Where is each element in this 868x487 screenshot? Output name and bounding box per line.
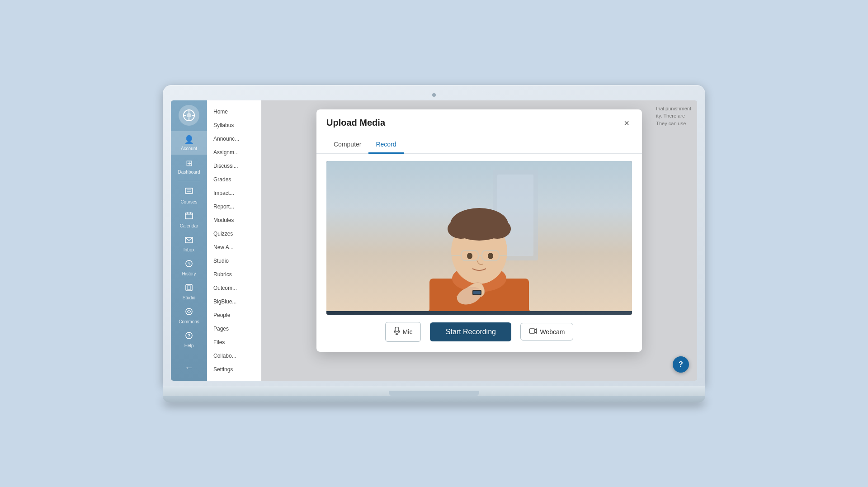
nav-list: Home Syllabus Announc... Assignm... Disc… — [207, 100, 261, 381]
sidebar-label-courses: Courses — [180, 199, 197, 204]
modal-tabs: Computer Record — [316, 135, 642, 154]
svg-rect-16 — [187, 286, 191, 289]
nav-item-assignments[interactable]: Assignm... — [207, 146, 261, 159]
laptop-bottom — [163, 396, 705, 402]
sidebar-item-account[interactable]: 👤 Account — [171, 131, 207, 155]
nav-item-collab[interactable]: Collabo... — [207, 349, 261, 363]
nav-item-grades[interactable]: Grades — [207, 173, 261, 186]
svg-point-36 — [488, 253, 493, 259]
svg-rect-6 — [185, 188, 193, 194]
courses-icon — [185, 188, 193, 198]
sidebar-label-calendar: Calendar — [180, 223, 198, 228]
nav-item-new[interactable]: New A... — [207, 241, 261, 254]
sidebar-label-account: Account — [181, 146, 197, 151]
sidebar-back-button[interactable]: ← — [181, 359, 197, 376]
start-recording-button[interactable]: Start Recording — [430, 322, 511, 341]
video-container — [326, 161, 632, 315]
laptop-camera — [432, 93, 436, 97]
sidebar-item-help[interactable]: ? Help — [171, 328, 207, 352]
sidebar-item-inbox[interactable]: Inbox — [171, 232, 207, 256]
nav-item-discussions[interactable]: Discussi... — [207, 159, 261, 173]
help-icon: ? — [185, 331, 193, 342]
svg-point-35 — [467, 253, 472, 259]
nav-item-studio[interactable]: Studio — [207, 254, 261, 268]
nav-item-impact[interactable]: Impact... — [207, 186, 261, 200]
mic-label: Mic — [403, 328, 413, 336]
studio-icon — [185, 284, 193, 294]
svg-rect-15 — [186, 284, 192, 291]
laptop: 👤 Account ⊞ Dashboard — [163, 85, 705, 402]
nav-item-rubrics[interactable]: Rubrics — [207, 268, 261, 281]
sidebar-item-commons[interactable]: Commons — [171, 304, 207, 328]
video-progress-bar — [326, 311, 632, 315]
tab-computer[interactable]: Computer — [326, 135, 368, 154]
calendar-icon — [185, 212, 193, 222]
modal-title: Upload Media — [326, 118, 385, 128]
nav-item-modules[interactable]: Modules — [207, 213, 261, 227]
modal-header: Upload Media × — [316, 109, 642, 135]
sidebar-label-studio: Studio — [183, 295, 195, 300]
svg-text:?: ? — [188, 333, 190, 338]
nav-item-announcements[interactable]: Announc... — [207, 132, 261, 146]
svg-point-1 — [187, 113, 191, 118]
nav-item-people[interactable]: People — [207, 308, 261, 322]
sidebar-divider-1 — [178, 181, 200, 181]
svg-rect-9 — [185, 213, 193, 219]
sidebar-item-calendar[interactable]: Calendar — [171, 208, 207, 232]
sidebar-logo — [179, 105, 199, 126]
svg-point-17 — [186, 308, 192, 315]
webcam-person — [402, 170, 556, 315]
nav-item-quizzes[interactable]: Quizzes — [207, 227, 261, 241]
nav-item-report[interactable]: Report... — [207, 200, 261, 213]
modal-overlay: Upload Media × Computer Record — [261, 100, 697, 381]
webcam-icon — [529, 328, 537, 336]
laptop-lid: 👤 Account ⊞ Dashboard — [163, 85, 705, 386]
mic-icon — [394, 327, 400, 337]
help-label: ? — [679, 360, 683, 369]
sidebar-item-dashboard[interactable]: ⊞ Dashboard — [171, 155, 207, 178]
commons-icon — [185, 307, 193, 318]
account-icon: 👤 — [184, 135, 194, 145]
nav-item-home[interactable]: Home — [207, 105, 261, 118]
webcam-button[interactable]: Webcam — [520, 323, 573, 340]
upload-media-modal: Upload Media × Computer Record — [316, 109, 642, 352]
tab-record[interactable]: Record — [368, 135, 403, 154]
svg-rect-43 — [529, 329, 535, 333]
back-icon: ← — [184, 362, 193, 372]
inbox-icon — [185, 236, 193, 246]
mic-button[interactable]: Mic — [385, 322, 421, 342]
main-area: thal punishment. ity. There are They can… — [261, 100, 697, 381]
nav-item-bigblue[interactable]: BigBlue... — [207, 295, 261, 308]
sidebar-label-history: History — [182, 271, 196, 276]
nav-item-outcomes[interactable]: Outcom... — [207, 281, 261, 295]
nav-item-pages[interactable]: Pages — [207, 322, 261, 336]
svg-rect-39 — [473, 291, 481, 294]
nav-item-files[interactable]: Files — [207, 336, 261, 349]
dashboard-icon: ⊞ — [186, 158, 193, 168]
modal-body: Mic Start Recording — [316, 154, 642, 352]
sidebar-label-inbox: Inbox — [184, 247, 194, 252]
modal-close-button[interactable]: × — [621, 118, 632, 128]
webcam-label: Webcam — [540, 328, 565, 336]
sidebar-label-dashboard: Dashboard — [178, 170, 200, 175]
nav-item-settings[interactable]: Settings — [207, 363, 261, 376]
svg-rect-29 — [451, 220, 507, 233]
sidebar: 👤 Account ⊞ Dashboard — [171, 100, 207, 381]
screen-content: 👤 Account ⊞ Dashboard — [171, 100, 697, 381]
controls-row: Mic Start Recording — [326, 322, 632, 342]
sidebar-item-studio[interactable]: Studio — [171, 280, 207, 304]
sidebar-label-help: Help — [184, 343, 194, 348]
nav-item-syllabus[interactable]: Syllabus — [207, 118, 261, 132]
laptop-screen: 👤 Account ⊞ Dashboard — [171, 100, 697, 381]
start-recording-label: Start Recording — [446, 328, 496, 336]
sidebar-item-courses[interactable]: Courses — [171, 184, 207, 208]
sidebar-label-commons: Commons — [179, 319, 199, 324]
sidebar-item-history[interactable]: History — [171, 256, 207, 280]
history-icon — [185, 260, 193, 270]
laptop-base — [163, 386, 705, 396]
help-button[interactable]: ? — [673, 356, 689, 373]
svg-rect-40 — [395, 327, 399, 332]
